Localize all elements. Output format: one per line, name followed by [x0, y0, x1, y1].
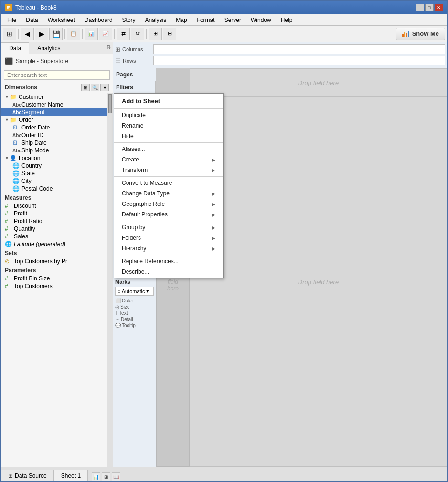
field-customer-name[interactable]: Abc Customer Name	[1, 101, 113, 108]
context-menu: Add to Sheet Duplicate Rename Hide Alias…	[114, 93, 224, 278]
ctx-defaultprops-arrow: ▶	[212, 212, 215, 217]
field-top-customers-set[interactable]: ⊚ Top Customers by Pr	[1, 257, 113, 265]
tab-data-source[interactable]: ⊞ Data Source	[1, 470, 54, 481]
ctx-duplicate[interactable]: Duplicate	[114, 110, 223, 120]
menu-server[interactable]: Server	[220, 15, 245, 25]
menu-analysis[interactable]: Analysis	[141, 15, 171, 25]
columns-icon: ⊞	[115, 46, 120, 53]
toolbar-back[interactable]: ◀	[21, 28, 34, 40]
ctx-transform[interactable]: Transform ▶	[114, 165, 223, 175]
ctx-describe[interactable]: Describe...	[114, 267, 223, 277]
search-input[interactable]	[7, 72, 107, 78]
field-profit-bin[interactable]: # Profit Bin Size	[1, 275, 113, 282]
field-ship-mode[interactable]: Abc Ship Mode	[1, 147, 113, 154]
rows-drop-area[interactable]	[153, 56, 445, 65]
ctx-replace-references[interactable]: Replace References...	[114, 256, 223, 267]
tab-analytics[interactable]: Analytics	[29, 42, 68, 54]
ctx-create[interactable]: Create ▶	[114, 154, 223, 165]
ctx-geographic-role[interactable]: Geographic Role ▶	[114, 199, 223, 209]
menu-format[interactable]: Format	[192, 15, 219, 25]
dimensions-menu[interactable]: ▾	[100, 84, 109, 91]
rows-shelf-row: ☰ Rows	[115, 55, 445, 66]
menu-window[interactable]: Window	[246, 15, 276, 25]
toolbar-addsheet[interactable]: 📋	[67, 28, 80, 40]
group-order[interactable]: ▼ 📁 Order	[1, 116, 113, 124]
dimensions-search[interactable]: 🔍	[91, 84, 99, 91]
toolbar-chart2[interactable]: 📈	[99, 28, 112, 40]
panel-tabs: Data Analytics ⇅	[1, 42, 113, 54]
field-profit[interactable]: # Profit	[1, 210, 113, 217]
menu-file[interactable]: File	[3, 15, 21, 25]
close-button[interactable]: ✕	[435, 4, 443, 11]
field-country[interactable]: 🌐 Country	[1, 162, 113, 170]
ctx-add-to-sheet[interactable]: Add to Sheet	[114, 95, 223, 107]
menu-worksheet[interactable]: Worksheet	[43, 15, 79, 25]
field-state[interactable]: 🌐 State	[1, 170, 113, 177]
rows-text: Rows	[123, 58, 136, 64]
menu-data[interactable]: Data	[21, 15, 42, 25]
toolbar-refresh[interactable]: ⟳	[131, 28, 144, 40]
ctx-default-properties[interactable]: Default Properties ▶	[114, 209, 223, 220]
toolbar-forward[interactable]: ▶	[35, 28, 48, 40]
field-segment[interactable]: Abc Segment	[1, 108, 113, 116]
ctx-sep-2	[114, 142, 223, 143]
field-discount[interactable]: # Discount	[1, 202, 113, 210]
data-source-selector[interactable]: ⬛ Sample - Superstore	[1, 54, 113, 68]
ctx-change-data-type[interactable]: Change Data Type ▶	[114, 188, 223, 199]
marks-text[interactable]: T Text	[115, 310, 154, 316]
new-dashboard-icon[interactable]: ⊞	[102, 472, 110, 481]
ctx-folders[interactable]: Folders ▶	[114, 233, 223, 243]
field-sales[interactable]: # Sales	[1, 233, 113, 240]
new-story-icon[interactable]: 📖	[112, 472, 120, 481]
maximize-button[interactable]: □	[425, 4, 434, 11]
marks-type-label: Automatic	[122, 289, 145, 294]
menu-map[interactable]: Map	[171, 15, 191, 25]
menu-help[interactable]: Help	[277, 15, 297, 25]
toolbar-save[interactable]: 💾	[49, 28, 63, 40]
field-city[interactable]: 🌐 City	[1, 177, 113, 185]
ctx-hierarchy[interactable]: Hierarchy ▶	[114, 243, 223, 254]
ctx-group-by[interactable]: Group by ▶	[114, 222, 223, 233]
marks-detail[interactable]: ⋯ Detail	[115, 316, 154, 322]
toolbar-fit[interactable]: ⊟	[163, 28, 176, 40]
rows-icon: ☰	[115, 57, 121, 64]
ctx-rename[interactable]: Rename	[114, 120, 223, 131]
drop-top-text: Drop field here	[298, 79, 339, 86]
field-top-customers-param[interactable]: # Top Customers	[1, 282, 113, 290]
field-postal-code[interactable]: 🌐 Postal Code	[1, 185, 113, 193]
field-ship-date[interactable]: 🗓 Ship Date	[1, 139, 113, 147]
field-order-id[interactable]: Abc Order ID	[1, 131, 113, 139]
drop-top-zone[interactable]: Drop field here	[190, 68, 447, 97]
ctx-convert-measure[interactable]: Convert to Measure	[114, 178, 223, 188]
field-quantity-label: Quantity	[14, 225, 35, 232]
hash-icon-2: #	[5, 210, 12, 217]
menu-dashboard[interactable]: Dashboard	[80, 15, 117, 25]
toolbar-swap[interactable]: ⇄	[117, 28, 130, 40]
marks-type[interactable]: ○ Automatic ▾	[115, 287, 154, 296]
group-customer[interactable]: ▼ 📁 Customer	[1, 93, 113, 101]
field-latitude-label: Latitude (generated)	[14, 241, 65, 247]
field-list-scrollbar[interactable]	[107, 93, 113, 467]
columns-drop-area[interactable]	[153, 44, 445, 54]
show-me-button[interactable]: Show Me	[396, 28, 445, 40]
tab-data[interactable]: Data	[1, 42, 29, 54]
field-order-date[interactable]: 🗓 Order Date	[1, 124, 113, 131]
marks-color[interactable]: ⬜ Color	[115, 298, 154, 304]
drop-main-zone[interactable]: Drop field here	[190, 97, 447, 467]
ctx-aliases[interactable]: Aliases...	[114, 144, 223, 154]
toolbar-chart1[interactable]: 📊	[85, 28, 98, 40]
marks-tooltip[interactable]: 💬 Tooltip	[115, 322, 154, 329]
ctx-hide[interactable]: Hide	[114, 131, 223, 141]
dimensions-grid-view[interactable]: ⊞	[81, 84, 90, 91]
field-latitude[interactable]: 🌐 Latitude (generated)	[1, 240, 113, 248]
marks-size[interactable]: ◎ Size	[115, 304, 154, 310]
tab-sheet1[interactable]: Sheet 1	[54, 470, 88, 481]
field-quantity[interactable]: # Quantity	[1, 225, 113, 233]
group-location[interactable]: ▼ 👤 Location	[1, 154, 113, 162]
toolbar-fix[interactable]: ⊞	[149, 28, 162, 40]
menu-story[interactable]: Story	[118, 15, 140, 25]
field-profit-ratio[interactable]: # Profit Ratio	[1, 217, 113, 225]
new-worksheet-icon[interactable]: 📊	[92, 472, 100, 481]
minimize-button[interactable]: ─	[416, 4, 424, 11]
toolbar-new[interactable]: ⊞	[3, 28, 16, 40]
